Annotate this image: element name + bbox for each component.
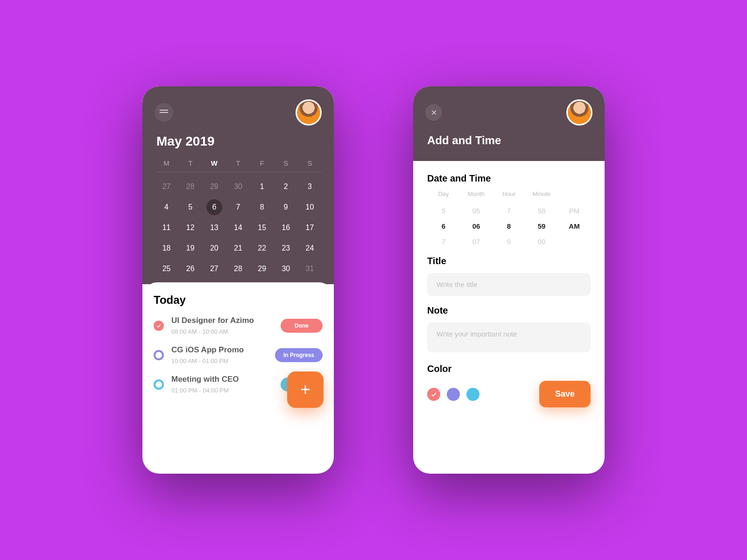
- title-label: Title: [427, 256, 591, 266]
- calendar-day[interactable]: 2: [274, 181, 298, 193]
- calendar-day[interactable]: 28: [226, 263, 250, 275]
- check-icon: [154, 321, 164, 331]
- calendar-day[interactable]: 19: [178, 242, 202, 254]
- calendar-day[interactable]: 9: [274, 201, 298, 213]
- ring-icon: [154, 350, 164, 360]
- calendar-day[interactable]: 28: [178, 181, 202, 193]
- calendar-day[interactable]: 12: [178, 222, 202, 234]
- calendar-day[interactable]: 31: [298, 263, 322, 275]
- task-body: Meeting with CEO01:00 PM - 04:00 PM: [171, 375, 273, 394]
- calendar-day[interactable]: 20: [202, 242, 226, 254]
- calendar-day[interactable]: 7: [226, 201, 250, 213]
- task-time: 10:00 AM - 01:00 PM: [171, 357, 268, 364]
- calendar-day[interactable]: 27: [202, 263, 226, 275]
- color-swatch[interactable]: [447, 388, 460, 401]
- calendar-header: May 2019 MTWTFSS 27282930123456789101112…: [142, 86, 334, 284]
- dow-cell: T: [178, 159, 202, 167]
- avatar-image: [568, 101, 591, 124]
- task-time: 01:00 PM - 04:00 PM: [171, 387, 273, 394]
- task-body: CG iOS App Promo10:00 AM - 01:00 PM: [171, 345, 268, 364]
- calendar-day[interactable]: 11: [155, 222, 178, 234]
- date-time-picker[interactable]: 505758PM606859AM707900: [427, 203, 591, 249]
- calendar-day[interactable]: 15: [250, 222, 274, 234]
- note-input[interactable]: [427, 322, 591, 352]
- calendar-day[interactable]: 3: [298, 181, 322, 193]
- avatar[interactable]: [296, 99, 322, 126]
- task-row[interactable]: CG iOS App Promo10:00 AM - 01:00 PMIn Pr…: [154, 345, 323, 364]
- picker-header: Hour: [493, 190, 525, 197]
- calendar-screen: May 2019 MTWTFSS 27282930123456789101112…: [142, 86, 334, 474]
- status-badge: Done: [281, 319, 323, 333]
- menu-button[interactable]: [155, 103, 173, 122]
- calendar-day[interactable]: 25: [155, 263, 178, 275]
- picker-cell: 8: [493, 222, 525, 230]
- color-swatches: [427, 388, 479, 401]
- calendar-day[interactable]: 4: [155, 201, 178, 213]
- calendar-day[interactable]: 8: [250, 201, 274, 213]
- calendar-day[interactable]: 5: [178, 201, 202, 213]
- picker-cell: 7: [493, 207, 525, 215]
- calendar-day[interactable]: 21: [226, 242, 250, 254]
- dow-cell: M: [155, 159, 178, 167]
- color-swatch[interactable]: [427, 388, 440, 401]
- calendar-day[interactable]: 13: [202, 222, 226, 234]
- save-button[interactable]: Save: [539, 381, 591, 407]
- picker-header: [558, 190, 591, 197]
- calendar-day[interactable]: 22: [250, 242, 274, 254]
- calendar-day[interactable]: 30: [226, 181, 250, 193]
- picker-cell: 5: [427, 207, 460, 215]
- calendar-day[interactable]: 10: [298, 201, 322, 213]
- add-event-screen: ✕ Add and Time Date and Time DayMonthHou…: [413, 86, 605, 474]
- picker-cell: 05: [460, 207, 493, 215]
- picker-row[interactable]: 606859AM: [427, 218, 591, 234]
- close-button[interactable]: ✕: [425, 104, 442, 121]
- form-title: Add and Time: [425, 134, 592, 147]
- form-header: ✕ Add and Time: [413, 86, 605, 161]
- calendar-day[interactable]: 27: [155, 181, 178, 193]
- color-swatch[interactable]: [466, 388, 479, 401]
- calendar-day[interactable]: 16: [274, 222, 298, 234]
- task-title: CG iOS App Promo: [171, 345, 268, 355]
- avatar[interactable]: [566, 99, 592, 126]
- calendar-day[interactable]: 26: [178, 263, 202, 275]
- form-card: Date and Time DayMonthHourMinute 505758P…: [413, 161, 605, 469]
- calendar-day[interactable]: 24: [298, 242, 322, 254]
- plus-icon: +: [300, 381, 310, 398]
- calendar-day[interactable]: 29: [250, 263, 274, 275]
- calendar-day[interactable]: 1: [250, 181, 274, 193]
- calendar-day[interactable]: 17: [298, 222, 322, 234]
- dow-cell: S: [274, 159, 298, 167]
- date-time-label: Date and Time: [427, 173, 591, 184]
- task-title: UI Designer for Azimo: [171, 316, 273, 325]
- picker-header: Month: [460, 190, 493, 197]
- picker-headers: DayMonthHourMinute: [427, 190, 591, 197]
- dow-cell: F: [250, 159, 274, 167]
- picker-row[interactable]: 505758PM: [427, 203, 591, 218]
- picker-cell: 7: [427, 238, 460, 245]
- color-row: Save: [427, 381, 591, 407]
- header-top-row: [155, 99, 322, 126]
- picker-cell: 06: [460, 222, 493, 230]
- picker-cell: PM: [558, 207, 591, 215]
- calendar-day[interactable]: 14: [226, 222, 250, 234]
- calendar-day[interactable]: 23: [274, 242, 298, 254]
- title-input[interactable]: [427, 273, 591, 296]
- add-task-button[interactable]: +: [287, 371, 324, 408]
- status-badge: In Progress: [275, 348, 323, 362]
- color-label: Color: [427, 364, 591, 374]
- form-top-row: ✕: [425, 99, 592, 126]
- calendar-day[interactable]: 29: [202, 181, 226, 193]
- ring-icon: [154, 379, 164, 390]
- calendar-day[interactable]: 6: [202, 201, 226, 213]
- note-label: Note: [427, 305, 591, 316]
- dow-cell: T: [226, 159, 250, 167]
- today-panel: Today UI Designer for Azimo08:00 AM - 10…: [142, 282, 334, 418]
- picker-cell: 00: [525, 238, 558, 245]
- picker-row[interactable]: 707900: [427, 234, 591, 249]
- task-body: UI Designer for Azimo08:00 AM - 10:00 AM: [171, 316, 273, 335]
- calendar-day[interactable]: 18: [155, 242, 178, 254]
- calendar-day[interactable]: 30: [274, 263, 298, 275]
- today-heading: Today: [154, 294, 323, 307]
- task-row[interactable]: UI Designer for Azimo08:00 AM - 10:00 AM…: [154, 316, 323, 335]
- picker-header: Minute: [525, 190, 558, 197]
